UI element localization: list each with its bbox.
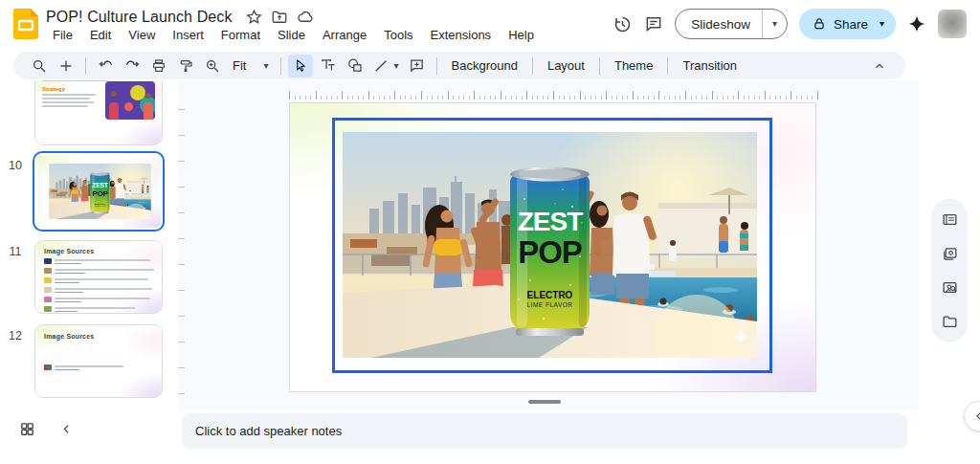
toolbar-separator	[667, 57, 668, 75]
folder-icon[interactable]	[942, 314, 958, 330]
theme-button[interactable]: Theme	[607, 55, 660, 76]
slide-thumbnail-11[interactable]: Image Sources	[34, 240, 163, 314]
slide12-title: Image Sources	[44, 333, 153, 340]
comments-icon[interactable]	[644, 14, 663, 33]
slide-thumbnail-9[interactable]: Strategy	[34, 80, 163, 145]
main-area: Strategy 10	[0, 80, 980, 409]
slide10-photo	[49, 164, 151, 219]
toolbar-separator	[436, 57, 437, 75]
menubar: File Edit View Insert Format Slide Arran…	[46, 27, 541, 43]
zoom-icon[interactable]	[200, 55, 225, 77]
toolbar-separator	[599, 57, 600, 75]
print-icon[interactable]	[146, 55, 171, 77]
zoom-select[interactable]: Fit ▾	[227, 56, 274, 75]
menu-extensions[interactable]: Extensions	[424, 27, 499, 43]
toolbar-separator	[280, 57, 281, 75]
slide-number-12: 12	[4, 329, 27, 342]
app-header: POP! Culture Launch Deck File Edit View …	[0, 0, 980, 50]
slideshow-label: Slideshow	[691, 17, 750, 32]
cloud-saved-icon[interactable]	[297, 8, 315, 26]
toolbar: Fit ▾ ▾ Background Layout Theme Transiti…	[13, 52, 905, 79]
slide-photo[interactable]	[343, 132, 757, 358]
text-box-icon[interactable]	[315, 55, 340, 77]
horizontal-ruler	[289, 88, 818, 99]
toolbar-separator	[532, 57, 533, 75]
insert-shape-icon[interactable]	[342, 55, 367, 77]
slide-thumbnail-12[interactable]: Image Sources	[34, 324, 163, 398]
collapse-filmstrip-icon[interactable]	[60, 423, 73, 435]
background-button[interactable]: Background	[444, 55, 525, 76]
menu-edit[interactable]: Edit	[83, 27, 118, 43]
slide-thumbnail-10-selected[interactable]	[33, 151, 165, 232]
star-icon[interactable]	[246, 9, 262, 25]
slide-number-11: 11	[4, 245, 27, 258]
notes-resize-handle[interactable]	[528, 400, 561, 404]
selected-image-frame[interactable]	[332, 118, 772, 373]
image-search-icon[interactable]	[942, 279, 958, 296]
slide11-title: Image Sources	[44, 248, 153, 254]
line-tool-caret[interactable]: ▾	[393, 61, 398, 71]
insert-line-icon[interactable]	[368, 55, 393, 77]
menu-insert[interactable]: Insert	[166, 27, 211, 43]
menu-slide[interactable]: Slide	[271, 27, 312, 43]
menu-help[interactable]: Help	[501, 27, 541, 43]
transition-button[interactable]: Transition	[675, 55, 745, 76]
photo-stack-icon[interactable]	[942, 246, 958, 262]
gemini-sparkle-icon[interactable]	[907, 14, 926, 33]
share-label: Share	[834, 17, 868, 32]
slide9-image	[105, 81, 155, 120]
menu-tools[interactable]: Tools	[377, 27, 419, 43]
slide-canvas[interactable]	[289, 102, 816, 392]
share-dropdown[interactable]: ▾	[876, 19, 888, 29]
vertical-ruler	[178, 109, 185, 396]
select-tool-icon[interactable]	[288, 55, 313, 77]
slide-card-icon[interactable]	[942, 211, 958, 228]
grid-view-icon[interactable]	[19, 421, 35, 437]
redo-icon[interactable]	[120, 55, 145, 77]
user-avatar[interactable]	[938, 10, 967, 38]
chevron-left-icon	[973, 410, 980, 422]
search-menus-icon[interactable]	[27, 55, 52, 77]
menu-format[interactable]: Format	[214, 27, 267, 43]
paint-format-icon[interactable]	[173, 55, 198, 77]
zoom-value: Fit	[233, 58, 246, 73]
slideshow-button[interactable]: Slideshow	[676, 10, 762, 38]
share-button[interactable]: Share ▾	[799, 9, 896, 39]
document-title[interactable]: POP! Culture Launch Deck	[46, 9, 233, 26]
lock-icon	[813, 17, 826, 31]
menu-arrange[interactable]: Arrange	[316, 27, 373, 43]
google-slides-logo[interactable]	[13, 9, 38, 39]
slide-number-10: 10	[4, 159, 27, 172]
version-history-icon[interactable]	[612, 14, 633, 34]
slideshow-dropdown[interactable]: ▾	[762, 10, 787, 38]
google-slides-app: ZEST POP ELECTRO LIME FLAVOR POP! Cultur…	[0, 0, 980, 464]
insert-comment-icon[interactable]	[405, 55, 430, 77]
canvas-area	[178, 80, 919, 409]
speaker-notes-placeholder: Click to add speaker notes	[195, 424, 342, 438]
filmstrip-panel: Strategy 10	[0, 80, 178, 409]
move-folder-icon[interactable]	[271, 9, 288, 26]
zoom-select-caret: ▾	[263, 61, 268, 71]
menu-file[interactable]: File	[46, 27, 79, 43]
menu-view[interactable]: View	[122, 27, 162, 43]
new-slide-icon[interactable]	[54, 55, 78, 77]
bottom-bar: Click to add speaker notes	[0, 409, 980, 464]
layout-button[interactable]: Layout	[540, 55, 592, 76]
undo-icon[interactable]	[93, 55, 118, 77]
side-rail	[919, 80, 980, 409]
collapse-toolbar-icon[interactable]	[867, 55, 892, 77]
speaker-notes-input[interactable]: Click to add speaker notes	[182, 413, 907, 449]
slideshow-button-group: Slideshow ▾	[675, 9, 788, 39]
toolbar-separator	[85, 57, 86, 75]
side-panel	[931, 199, 968, 342]
